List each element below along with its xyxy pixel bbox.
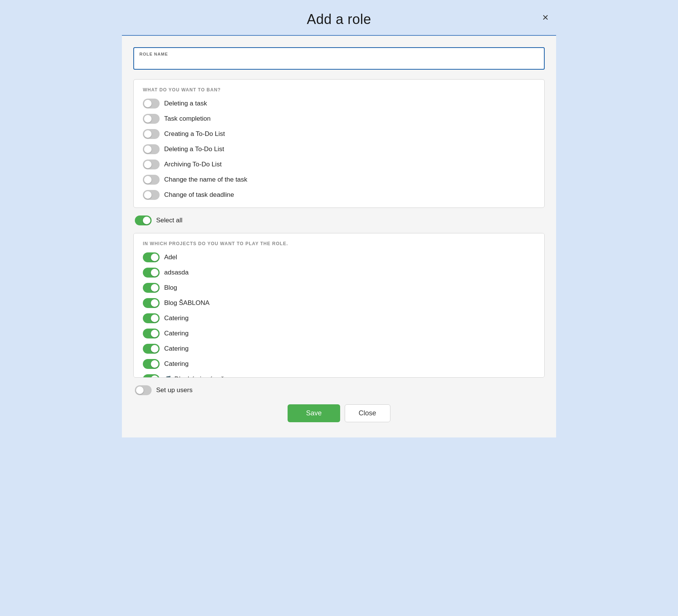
toggle-project-blog[interactable] — [143, 283, 160, 293]
ban-label-deleting-task: Deleting a task — [164, 100, 207, 107]
toggle-change-task-name[interactable] — [143, 175, 160, 185]
toggle-project-adsasda[interactable] — [143, 268, 160, 278]
project-label-blog-sablona: Blog ŠABLONA — [164, 299, 209, 307]
ban-item-deleting-todolist: Deleting a To-Do List — [143, 144, 535, 154]
toggle-setup-users[interactable] — [135, 385, 152, 395]
project-label-adel: Adel — [164, 254, 177, 261]
project-item-catering-4: Catering — [143, 359, 535, 369]
toggle-creating-todolist[interactable] — [143, 129, 160, 139]
select-all-label: Select all — [156, 217, 182, 224]
toggle-deleting-todolist[interactable] — [143, 144, 160, 154]
ban-label-change-task-deadline: Change of task deadline — [164, 191, 234, 199]
toggle-project-adel[interactable] — [143, 252, 160, 262]
ban-item-change-task-name: Change the name of the task — [143, 175, 535, 185]
role-name-section: ROLE NAME — [133, 47, 545, 70]
toggle-task-completion[interactable] — [143, 114, 160, 124]
project-label-catering-3: Catering — [164, 345, 189, 353]
ban-label-creating-todolist: Creating a To-Do List — [164, 130, 225, 138]
project-label-catering-1: Catering — [164, 314, 189, 322]
save-button[interactable]: Save — [288, 404, 340, 422]
project-item-catering-1: Catering — [143, 313, 535, 323]
close-icon-button[interactable]: × — [542, 12, 548, 23]
project-label-dlouhe-zimni-vecery: 🎵 Dlouhé zimní večery — [164, 375, 233, 378]
ban-item-change-task-deadline: Change of task deadline — [143, 190, 535, 200]
project-label-adsasda: adsasda — [164, 269, 189, 276]
project-label-catering-4: Catering — [164, 360, 189, 368]
toggle-project-catering-4[interactable] — [143, 359, 160, 369]
toggle-archiving-todolist[interactable] — [143, 160, 160, 169]
ban-label-change-task-name: Change the name of the task — [164, 176, 247, 184]
role-name-label: ROLE NAME — [139, 52, 539, 56]
project-item-adsasda: adsasda — [143, 268, 535, 278]
ban-item-creating-todolist: Creating a To-Do List — [143, 129, 535, 139]
ban-section-title: WHAT DO YOU WANT TO BAN? — [143, 87, 535, 93]
modal-title: Add a role — [307, 11, 371, 27]
toggle-project-catering-1[interactable] — [143, 313, 160, 323]
toggle-project-blog-sablona[interactable] — [143, 298, 160, 308]
toggle-project-catering-3[interactable] — [143, 344, 160, 354]
project-item-dlouhe-zimni-vecery: 🎵 Dlouhé zimní večery — [143, 374, 535, 378]
project-item-blog: Blog — [143, 283, 535, 293]
modal-body: ROLE NAME WHAT DO YOU WANT TO BAN? Delet… — [122, 36, 556, 437]
setup-users-label: Set up users — [156, 386, 192, 394]
role-name-input[interactable] — [139, 58, 539, 66]
projects-section: IN WHICH PROJECTS DO YOU WANT TO PLAY TH… — [133, 233, 545, 378]
toggle-deleting-task[interactable] — [143, 99, 160, 109]
select-all-row: Select all — [133, 215, 545, 225]
ban-label-archiving-todolist: Archiving To-Do List — [164, 161, 222, 168]
project-item-catering-3: Catering — [143, 344, 535, 354]
project-label-blog: Blog — [164, 284, 177, 292]
project-emoji-dlouhe: 🎵 — [164, 376, 172, 378]
toggle-change-task-deadline[interactable] — [143, 190, 160, 200]
project-item-blog-sablona: Blog ŠABLONA — [143, 298, 535, 308]
role-name-field: ROLE NAME — [133, 47, 545, 70]
ban-label-task-completion: Task completion — [164, 115, 211, 123]
project-label-catering-2: Catering — [164, 330, 189, 337]
toggle-project-catering-2[interactable] — [143, 329, 160, 338]
setup-users-row: Set up users — [133, 385, 545, 395]
project-item-catering-2: Catering — [143, 329, 535, 338]
footer-buttons: Save Close — [133, 404, 545, 430]
ban-item-task-completion: Task completion — [143, 114, 535, 124]
ban-section: WHAT DO YOU WANT TO BAN? Deleting a task… — [133, 79, 545, 208]
modal-container: Add a role × ROLE NAME WHAT DO YOU WANT … — [122, 0, 556, 453]
toggle-select-all[interactable] — [135, 215, 152, 225]
toggle-project-dlouhe-zimni-vecery[interactable] — [143, 374, 160, 378]
ban-item-deleting-task: Deleting a task — [143, 99, 535, 109]
close-button[interactable]: Close — [345, 404, 390, 422]
ban-label-deleting-todolist: Deleting a To-Do List — [164, 145, 224, 153]
projects-section-title: IN WHICH PROJECTS DO YOU WANT TO PLAY TH… — [143, 241, 535, 246]
project-item-adel: Adel — [143, 252, 535, 262]
modal-header: Add a role × — [122, 0, 556, 36]
ban-item-archiving-todolist: Archiving To-Do List — [143, 160, 535, 169]
